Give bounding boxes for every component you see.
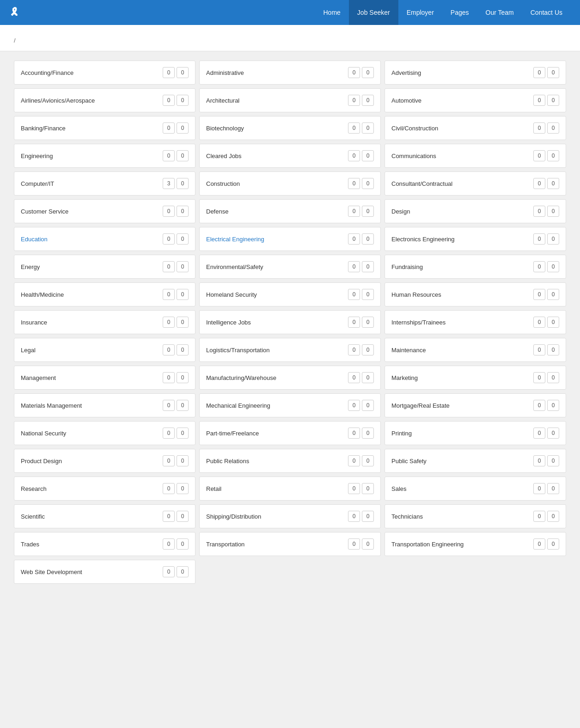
category-name: Health/Medicine xyxy=(21,291,163,298)
category-badges: 00 xyxy=(348,178,374,189)
category-badges: 00 xyxy=(533,400,559,411)
badge-count2: 0 xyxy=(177,206,189,217)
category-card[interactable]: Consultant/Contractual00 xyxy=(385,171,566,196)
category-card[interactable]: Transportation Engineering00 xyxy=(385,532,566,556)
category-card[interactable]: Mortgage/Real Estate00 xyxy=(385,393,566,417)
category-badges: 00 xyxy=(163,455,189,466)
category-card[interactable]: Design00 xyxy=(385,199,566,223)
category-name[interactable]: Education xyxy=(21,236,163,243)
category-card[interactable]: Civil/Construction00 xyxy=(385,116,566,140)
badge-count1: 0 xyxy=(348,511,360,522)
category-card[interactable]: Insurance00 xyxy=(14,310,195,334)
category-badges: 00 xyxy=(348,233,374,245)
badge-count1: 0 xyxy=(348,95,360,106)
category-card[interactable]: Architectural00 xyxy=(199,88,381,112)
nav-home[interactable]: Home xyxy=(315,0,349,25)
category-card[interactable]: Public Relations00 xyxy=(199,449,381,473)
category-card[interactable]: Logistics/Transportation00 xyxy=(199,338,381,362)
category-name: Product Design xyxy=(21,458,163,465)
category-card[interactable]: Printing00 xyxy=(385,421,566,445)
category-card[interactable]: Transportation00 xyxy=(199,532,381,556)
badge-count1: 0 xyxy=(163,372,175,383)
category-card[interactable]: Retail00 xyxy=(199,477,381,501)
nav-our-team[interactable]: Our Team xyxy=(477,0,522,25)
category-card[interactable]: Intelligence Jobs00 xyxy=(199,310,381,334)
badge-count1: 0 xyxy=(348,67,360,78)
category-card[interactable]: National Security00 xyxy=(14,421,195,445)
category-name: Mechanical Engineering xyxy=(206,402,348,409)
category-card[interactable]: Maintenance00 xyxy=(385,338,566,362)
category-name: Computer/IT xyxy=(21,180,163,187)
category-badges: 00 xyxy=(163,233,189,245)
category-card[interactable]: Manufacturing/Warehouse00 xyxy=(199,366,381,390)
category-card[interactable]: Part-time/Freelance00 xyxy=(199,421,381,445)
category-card[interactable]: Shipping/Distribution00 xyxy=(199,504,381,528)
category-card[interactable]: Education00 xyxy=(14,227,195,251)
nav-contact-us[interactable]: Contact Us xyxy=(522,0,571,25)
category-badges: 00 xyxy=(348,206,374,217)
category-card[interactable]: Defense00 xyxy=(199,199,381,223)
nav-pages[interactable]: Pages xyxy=(442,0,477,25)
category-card[interactable]: Materials Management00 xyxy=(14,393,195,417)
badge-count2: 0 xyxy=(362,122,374,134)
category-card[interactable]: Electrical Engineering00 xyxy=(199,227,381,251)
category-name: Manufacturing/Warehouse xyxy=(206,374,348,381)
nav-employer[interactable]: Employer xyxy=(398,0,442,25)
category-name: Insurance xyxy=(21,319,163,326)
category-card[interactable]: Marketing00 xyxy=(385,366,566,390)
category-card[interactable]: Engineering00 xyxy=(14,144,195,168)
category-card[interactable]: Legal00 xyxy=(14,338,195,362)
badge-count1: 0 xyxy=(163,261,175,272)
category-name[interactable]: Electrical Engineering xyxy=(206,236,348,243)
badge-count1: 0 xyxy=(348,455,360,466)
category-card[interactable]: Airlines/Avionics/Aerospace00 xyxy=(14,88,195,112)
category-card[interactable]: Biotechnology00 xyxy=(199,116,381,140)
category-badges: 00 xyxy=(163,511,189,522)
category-card[interactable]: Environmental/Safety00 xyxy=(199,255,381,279)
badge-count2: 0 xyxy=(177,261,189,272)
category-card[interactable]: Health/Medicine00 xyxy=(14,282,195,306)
category-card[interactable]: Advertising00 xyxy=(385,61,566,85)
category-card[interactable]: Automotive00 xyxy=(385,88,566,112)
category-card[interactable]: Trades00 xyxy=(14,532,195,556)
category-badges: 00 xyxy=(348,455,374,466)
category-card[interactable]: Fundraising00 xyxy=(385,255,566,279)
nav-job-seeker[interactable]: Job Seeker xyxy=(349,0,398,25)
badge-count2: 0 xyxy=(547,150,559,161)
category-card[interactable]: Cleared Jobs00 xyxy=(199,144,381,168)
category-card[interactable]: Construction00 xyxy=(199,171,381,196)
badge-count2: 0 xyxy=(362,95,374,106)
badge-count2: 0 xyxy=(547,428,559,439)
category-card[interactable]: Administrative00 xyxy=(199,61,381,85)
category-card[interactable]: Electronics Engineering00 xyxy=(385,227,566,251)
badge-count1: 0 xyxy=(348,150,360,161)
category-card[interactable]: Technicians00 xyxy=(385,504,566,528)
category-card[interactable]: Communications00 xyxy=(385,144,566,168)
category-card[interactable]: Sales00 xyxy=(385,477,566,501)
category-card[interactable]: Management00 xyxy=(14,366,195,390)
category-card[interactable]: Homeland Security00 xyxy=(199,282,381,306)
category-card[interactable]: Computer/IT30 xyxy=(14,171,195,196)
category-card[interactable]: Accounting/Finance00 xyxy=(14,61,195,85)
category-card[interactable]: Public Safety00 xyxy=(385,449,566,473)
nav-links: Home Job Seeker Employer Pages Our Team … xyxy=(315,0,571,25)
category-card[interactable]: Human Resources00 xyxy=(385,282,566,306)
category-card[interactable]: Customer Service00 xyxy=(14,199,195,223)
category-card[interactable]: Scientific00 xyxy=(14,504,195,528)
category-card[interactable]: Internships/Trainees00 xyxy=(385,310,566,334)
badge-count1: 0 xyxy=(348,317,360,328)
badge-count2: 0 xyxy=(547,289,559,300)
category-card[interactable]: Energy00 xyxy=(14,255,195,279)
category-card[interactable]: Web Site Development00 xyxy=(14,560,195,584)
category-name: Intelligence Jobs xyxy=(206,319,348,326)
category-card[interactable]: Research00 xyxy=(14,477,195,501)
badge-count1: 0 xyxy=(163,317,175,328)
category-card[interactable]: Banking/Finance00 xyxy=(14,116,195,140)
category-card[interactable]: Mechanical Engineering00 xyxy=(199,393,381,417)
category-name: Banking/Finance xyxy=(21,125,163,132)
badge-count1: 0 xyxy=(533,511,545,522)
category-card[interactable]: Product Design00 xyxy=(14,449,195,473)
badge-count1: 0 xyxy=(348,122,360,134)
badge-count1: 0 xyxy=(533,428,545,439)
badge-count1: 0 xyxy=(533,95,545,106)
